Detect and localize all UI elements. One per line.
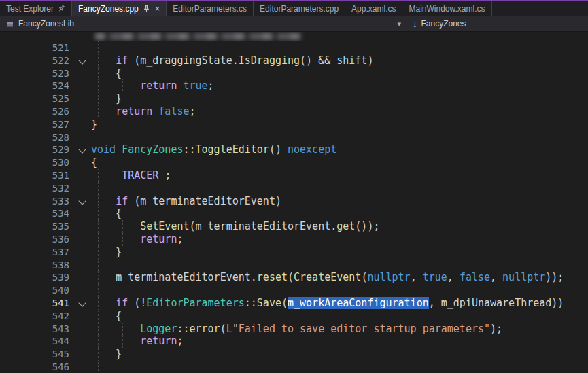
code-line-544[interactable]: 544 return; xyxy=(0,335,588,348)
indent-guide xyxy=(122,233,123,246)
indent-guide xyxy=(98,348,99,361)
pin-icon[interactable] xyxy=(143,5,150,12)
fold-margin xyxy=(73,284,91,297)
fold-margin xyxy=(73,92,91,105)
code-line-522[interactable]: 522 if (m_draggingState.IsDragging() && … xyxy=(0,54,588,67)
code-text: SetEvent(m_terminateEditorEvent.get()); xyxy=(91,220,588,233)
code-text: return; xyxy=(91,233,588,246)
code-line-521[interactable]: 521 xyxy=(0,41,588,54)
tab-mainwindow-xaml-cs[interactable]: MainWindow.xaml.cs xyxy=(402,1,491,16)
code-line-528[interactable]: 528 xyxy=(0,131,588,144)
indent-guide xyxy=(98,271,99,284)
code-text xyxy=(91,41,588,54)
tab-test-explorer[interactable]: Test Explorer xyxy=(0,1,72,16)
line-number: 527 xyxy=(0,118,73,131)
indent-guide xyxy=(98,169,99,182)
member-dropdown-label: FancyZones xyxy=(421,19,466,29)
code-line-540[interactable]: 540 xyxy=(0,284,588,297)
code-line-539[interactable]: 539 m_terminateEditorEvent.reset(CreateE… xyxy=(0,271,588,284)
indent-guide xyxy=(98,297,99,310)
line-number: 542 xyxy=(0,310,73,323)
code-text: { xyxy=(91,207,588,220)
clipped-code-row xyxy=(0,32,588,41)
code-line-536[interactable]: 536 return; xyxy=(0,233,588,246)
code-line-538[interactable]: 538 xyxy=(0,259,588,272)
indent-guide xyxy=(98,246,99,259)
code-line-545[interactable]: 545 } xyxy=(0,348,588,361)
tab-editorparameters-cpp[interactable]: EditorParameters.cpp xyxy=(254,1,345,16)
code-editor[interactable]: 521522 if (m_draggingState.IsDragging() … xyxy=(0,32,588,373)
line-number: 529 xyxy=(0,143,73,156)
code-line-533[interactable]: 533 if (m_terminateEditorEvent) xyxy=(0,195,588,208)
fold-margin xyxy=(73,131,91,144)
code-line-531[interactable]: 531 _TRACER_; xyxy=(0,169,588,182)
tab-label: App.xaml.cs xyxy=(351,4,396,14)
code-line-546[interactable]: 546 xyxy=(0,361,588,373)
line-number: 525 xyxy=(0,92,73,105)
code-line-529[interactable]: 529void FancyZones::ToggleEditor() noexc… xyxy=(0,143,588,156)
code-text: { xyxy=(91,156,588,169)
code-line-526[interactable]: 526 return false; xyxy=(0,105,588,118)
fold-margin xyxy=(73,233,91,246)
tab-editorparameters-cs[interactable]: EditorParameters.cs xyxy=(167,1,254,16)
fold-margin xyxy=(73,54,91,67)
code-text: return; xyxy=(91,335,588,348)
navigation-bar: FancyZonesLib ▾ ↓ FancyZones xyxy=(0,16,588,32)
indent-guide xyxy=(98,323,99,336)
code-line-542[interactable]: 542 { xyxy=(0,310,588,323)
tab-app-xaml-cs[interactable]: App.xaml.cs xyxy=(345,1,402,16)
code-text: } xyxy=(91,92,588,105)
indent-guide xyxy=(98,207,99,220)
down-arrow-icon: ↓ xyxy=(413,19,417,29)
code-line-541[interactable]: 541 if (!EditorParameters::Save(m_workAr… xyxy=(0,297,588,310)
fold-margin xyxy=(73,361,91,373)
line-number: 530 xyxy=(0,156,73,169)
blurred-code xyxy=(95,33,302,40)
line-number: 534 xyxy=(0,207,73,220)
member-dropdown[interactable]: ↓ FancyZones xyxy=(407,16,472,31)
chevron-down-icon: ▾ xyxy=(397,20,401,29)
code-line-537[interactable]: 537 } xyxy=(0,246,588,259)
fold-chevron-icon[interactable] xyxy=(78,197,86,205)
code-line-543[interactable]: 543 Logger::error(L"Failed to save edito… xyxy=(0,323,588,336)
line-number: 528 xyxy=(0,131,73,144)
indent-guide xyxy=(98,79,99,92)
fold-margin xyxy=(73,335,91,348)
tab-fancyzones-cpp[interactable]: FancyZones.cpp× xyxy=(72,1,167,16)
line-number: 536 xyxy=(0,233,73,246)
code-text: Logger::error(L"Failed to save editor st… xyxy=(91,323,588,336)
fold-chevron-icon[interactable] xyxy=(78,146,86,154)
fold-margin xyxy=(73,348,91,361)
code-line-535[interactable]: 535 SetEvent(m_terminateEditorEvent.get(… xyxy=(0,220,588,233)
indent-guide xyxy=(98,195,99,208)
line-number: 535 xyxy=(0,220,73,233)
code-line-532[interactable]: 532 xyxy=(0,182,588,195)
code-line-523[interactable]: 523 { xyxy=(0,67,588,80)
line-number: 539 xyxy=(0,271,73,284)
tab-label: EditorParameters.cpp xyxy=(260,4,339,14)
code-text xyxy=(91,361,588,373)
code-text: } xyxy=(91,246,588,259)
line-number: 541 xyxy=(0,297,73,310)
code-line-525[interactable]: 525 } xyxy=(0,92,588,105)
code-line-527[interactable]: 527} xyxy=(0,118,588,131)
fold-chevron-icon[interactable] xyxy=(78,56,86,64)
fold-margin xyxy=(73,323,91,336)
pin-icon[interactable] xyxy=(56,3,67,14)
code-text: if (m_terminateEditorEvent) xyxy=(91,195,588,208)
indent-guide xyxy=(98,284,99,297)
indent-guide xyxy=(98,233,99,246)
code-text: void FancyZones::ToggleEditor() noexcept xyxy=(91,143,588,156)
code-line-530[interactable]: 530{ xyxy=(0,156,588,169)
code-line-524[interactable]: 524 return true; xyxy=(0,79,588,92)
code-text: { xyxy=(91,67,588,80)
line-number: 524 xyxy=(0,79,73,92)
project-dropdown[interactable]: FancyZonesLib ▾ xyxy=(0,16,407,31)
line-number: 544 xyxy=(0,335,73,348)
fold-margin xyxy=(73,271,91,284)
code-line-534[interactable]: 534 { xyxy=(0,207,588,220)
fold-chevron-icon[interactable] xyxy=(78,299,86,306)
fold-margin xyxy=(73,169,91,182)
code-text: } xyxy=(91,118,588,131)
close-icon[interactable]: × xyxy=(155,4,160,13)
